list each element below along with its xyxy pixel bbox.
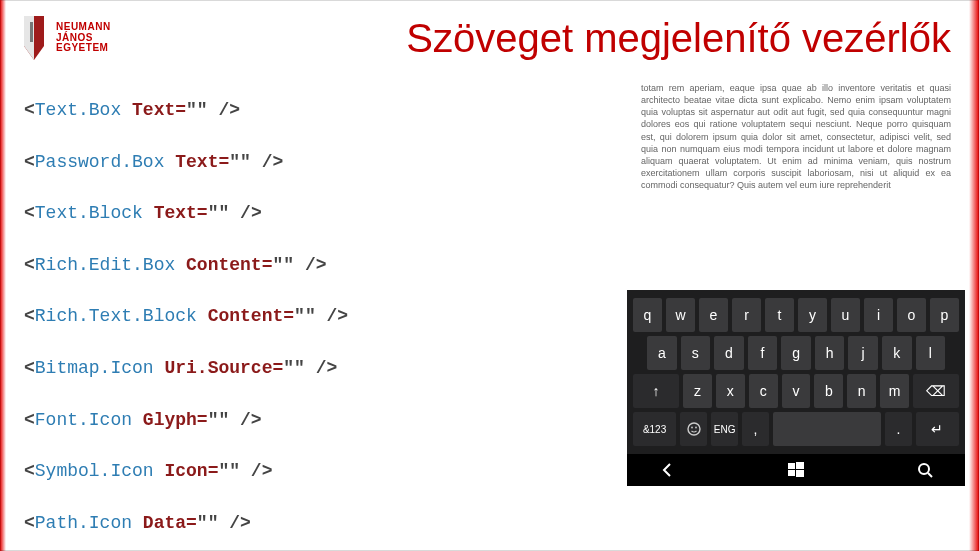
key-i[interactable]: i	[864, 298, 893, 332]
key-emoji-icon[interactable]	[680, 412, 707, 446]
svg-line-11	[928, 473, 932, 477]
key-p[interactable]: p	[930, 298, 959, 332]
key-u[interactable]: u	[831, 298, 860, 332]
keyboard-row-3: ↑zxcvbnm⌫	[633, 374, 959, 408]
key-d[interactable]: d	[714, 336, 744, 370]
svg-rect-9	[796, 470, 804, 477]
key-z[interactable]: z	[683, 374, 712, 408]
svg-rect-7	[796, 462, 804, 469]
key-j[interactable]: j	[848, 336, 878, 370]
keyboard-row-2: asdfghjkl	[633, 336, 959, 370]
right-accent	[969, 0, 979, 551]
svg-point-4	[691, 427, 693, 429]
svg-rect-2	[30, 22, 33, 42]
key-e[interactable]: e	[699, 298, 728, 332]
key-↑[interactable]: ↑	[633, 374, 679, 408]
lorem-text: totam rem aperiam, eaque ipsa quae ab il…	[641, 82, 951, 191]
key-s[interactable]: s	[681, 336, 711, 370]
left-accent	[0, 0, 6, 551]
svg-rect-8	[788, 470, 795, 476]
brand-line3: EGYETEM	[56, 43, 111, 54]
nav-search-icon[interactable]	[895, 461, 955, 479]
key-a[interactable]: a	[647, 336, 677, 370]
key-m[interactable]: m	[880, 374, 909, 408]
key-h[interactable]: h	[815, 336, 845, 370]
code-line: <Text.Box Text="" />	[24, 100, 348, 122]
svg-point-3	[688, 423, 700, 435]
key-space[interactable]	[773, 412, 881, 446]
key-ENG[interactable]: ENG	[711, 412, 738, 446]
page-title: Szöveget megjelenítő vezérlők	[406, 16, 951, 61]
code-line: <Password.Box Text="" />	[24, 152, 348, 174]
keyboard-row-1: qwertyuiop	[633, 298, 959, 332]
key-r[interactable]: r	[732, 298, 761, 332]
key-t[interactable]: t	[765, 298, 794, 332]
key-w[interactable]: w	[666, 298, 695, 332]
code-line: <Path.Icon Data="" />	[24, 513, 348, 535]
key-⌫[interactable]: ⌫	[913, 374, 959, 408]
key-q[interactable]: q	[633, 298, 662, 332]
keyboard-row-4: &123ENG,.↵	[633, 412, 959, 446]
key-k[interactable]: k	[882, 336, 912, 370]
key-l[interactable]: l	[916, 336, 946, 370]
key-v[interactable]: v	[782, 374, 811, 408]
key-↵[interactable]: ↵	[916, 412, 959, 446]
nav-back-icon[interactable]	[637, 461, 697, 479]
keyboard-nav-bar	[627, 454, 965, 486]
key-b[interactable]: b	[814, 374, 843, 408]
key-f[interactable]: f	[748, 336, 778, 370]
key-y[interactable]: y	[798, 298, 827, 332]
code-line: <Bitmap.Icon Uri.Source="" />	[24, 358, 348, 380]
logo-shield-icon	[18, 14, 48, 62]
code-samples: <Text.Box Text="" /><Password.Box Text="…	[24, 100, 348, 551]
svg-point-5	[695, 427, 697, 429]
key-x[interactable]: x	[716, 374, 745, 408]
svg-point-10	[919, 464, 929, 474]
key-c[interactable]: c	[749, 374, 778, 408]
key-o[interactable]: o	[897, 298, 926, 332]
code-line: <Text.Block Text="" />	[24, 203, 348, 225]
key-.[interactable]: .	[885, 412, 912, 446]
brand-logo: NEUMANN JÁNOS EGYETEM	[18, 14, 111, 62]
key-&123[interactable]: &123	[633, 412, 676, 446]
code-line: <Symbol.Icon Icon="" />	[24, 461, 348, 483]
code-line: <Font.Icon Glyph="" />	[24, 410, 348, 432]
svg-rect-6	[788, 463, 795, 469]
key-g[interactable]: g	[781, 336, 811, 370]
code-line: <Rich.Text.Block Content="" />	[24, 306, 348, 328]
key-,[interactable]: ,	[742, 412, 769, 446]
nav-windows-icon[interactable]	[766, 461, 826, 479]
onscreen-keyboard: qwertyuiop asdfghjkl ↑zxcvbnm⌫ &123ENG,.…	[627, 290, 965, 486]
code-line: <Rich.Edit.Box Content="" />	[24, 255, 348, 277]
key-n[interactable]: n	[847, 374, 876, 408]
brand-name: NEUMANN JÁNOS EGYETEM	[56, 22, 111, 54]
